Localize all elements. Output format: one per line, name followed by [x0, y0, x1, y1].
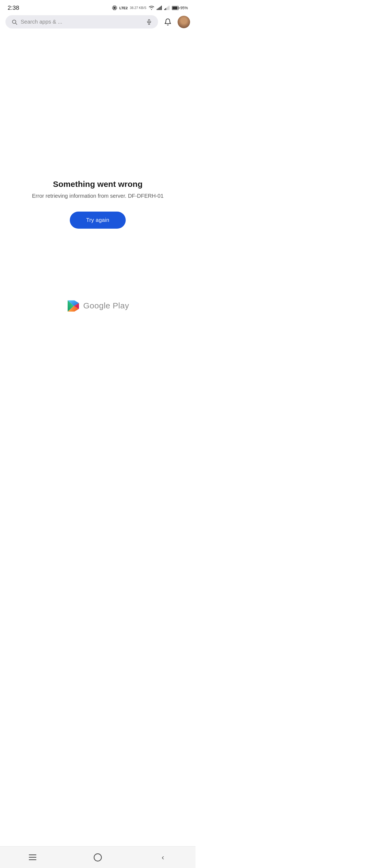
status-time: 2:38	[8, 4, 19, 11]
svg-rect-13	[166, 7, 167, 10]
svg-rect-21	[148, 19, 150, 22]
svg-rect-5	[116, 8, 117, 9]
google-play-icon	[66, 299, 80, 312]
status-icons: LTE2 38.27 KB/S	[112, 5, 188, 10]
svg-rect-17	[172, 6, 177, 9]
status-bar: 2:38 LTE2 38.27 KB/S	[0, 0, 196, 13]
signal-icon-1	[157, 6, 162, 10]
svg-rect-7	[158, 8, 159, 10]
google-play-text: Google Play	[83, 301, 129, 310]
svg-rect-11	[164, 9, 165, 10]
wifi-icon	[148, 6, 155, 10]
notification-bell-icon[interactable]	[162, 16, 174, 28]
battery-icon: 95%	[172, 6, 188, 10]
svg-rect-6	[157, 9, 158, 10]
signal-icon-2	[164, 6, 170, 10]
google-play-footer: Google Play	[61, 283, 135, 320]
page-wrapper: 2:38 LTE2 38.27 KB/S	[0, 0, 196, 434]
svg-rect-1	[114, 7, 115, 9]
search-bar[interactable]: Search apps & ...	[5, 15, 158, 29]
svg-rect-14	[168, 6, 168, 10]
error-subtitle: Error retrieving information from server…	[32, 192, 164, 199]
google-play-logo: Google Play	[66, 299, 129, 312]
svg-rect-4	[112, 8, 113, 9]
error-title: Something went wrong	[53, 180, 143, 189]
network-label: LTE2	[119, 6, 128, 10]
svg-rect-10	[161, 6, 162, 10]
battery-label: 95%	[180, 6, 188, 10]
avatar[interactable]	[177, 16, 190, 28]
speed-label: 38.27 KB/S	[130, 6, 146, 10]
search-placeholder: Search apps & ...	[21, 19, 143, 25]
mic-icon[interactable]	[146, 19, 152, 25]
svg-rect-8	[159, 7, 160, 10]
svg-rect-3	[116, 7, 117, 8]
main-content: Something went wrong Error retrieving in…	[0, 33, 196, 412]
svg-rect-2	[112, 7, 113, 8]
error-section: Something went wrong Error retrieving in…	[32, 180, 164, 229]
search-icon	[11, 19, 18, 25]
svg-line-20	[16, 23, 17, 24]
svg-rect-15	[169, 6, 169, 10]
svg-rect-18	[179, 7, 179, 9]
vibrate-icon	[112, 5, 117, 10]
svg-rect-12	[165, 8, 166, 10]
svg-rect-9	[160, 6, 161, 10]
try-again-button[interactable]: Try again	[70, 212, 125, 229]
